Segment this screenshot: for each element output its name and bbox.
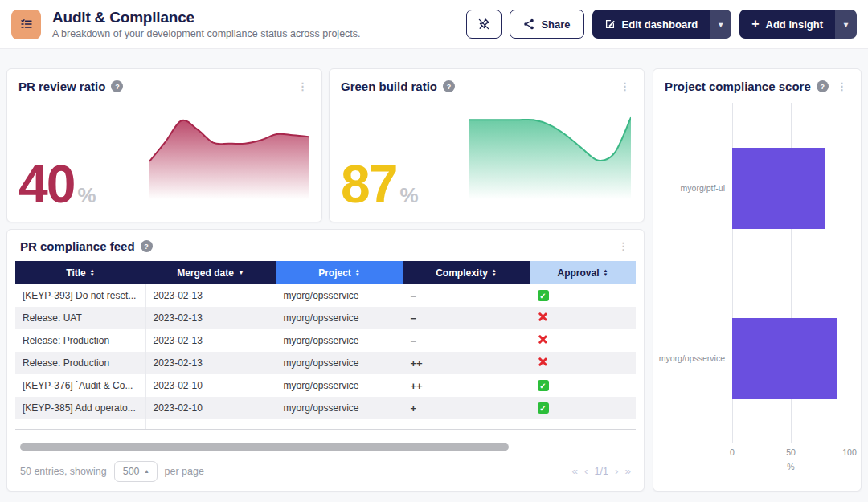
cell-complexity: ++: [403, 352, 530, 374]
chevron-up-icon: ▴: [145, 467, 149, 475]
edit-dashboard-button[interactable]: Edit dashboard: [592, 10, 710, 39]
sort-icon: ▲▼: [90, 269, 95, 277]
card-title: PR review ratio: [18, 80, 105, 93]
cell-merged-date: 2023-02-13: [145, 352, 276, 374]
kebab-menu-icon[interactable]: ⋮: [295, 80, 310, 92]
help-icon[interactable]: ?: [141, 240, 153, 252]
column-label: Complexity: [436, 267, 488, 279]
add-insight-label: Add insight: [766, 18, 824, 31]
table-row: [KEYP-393] Do not reset...2023-02-13myor…: [15, 284, 636, 307]
sort-desc-icon: ▼: [238, 269, 244, 276]
kebab-menu-icon[interactable]: ⋮: [616, 240, 631, 252]
pr-review-ratio-card: PR review ratio ? ⋮ 40%: [6, 68, 322, 222]
cell-approval: ✓: [530, 397, 636, 419]
column-header-complexity[interactable]: Complexity▲▼: [403, 261, 530, 284]
last-page-button[interactable]: »: [624, 465, 631, 477]
horizontal-scrollbar-thumb[interactable]: [20, 443, 509, 451]
previous-page-button[interactable]: ‹: [584, 465, 588, 477]
cell-approval: [530, 352, 636, 374]
pr-review-sparkline-area: [149, 120, 309, 199]
sort-icon: ▲▼: [355, 269, 360, 277]
per-page-value: 500: [123, 466, 140, 477]
cell-approval: [530, 329, 636, 352]
cell-complexity: ++: [403, 374, 530, 397]
compliance-score-chart: myorg/ptf-uimyorg/opsservice 050100 %: [653, 96, 861, 491]
bar-chart-xunit: %: [732, 462, 850, 471]
bar-label-myorg-ptf-ui: myorg/ptf-ui: [661, 103, 732, 273]
rejected-x-icon: [538, 357, 548, 367]
x-tick-label: 50: [786, 447, 796, 457]
rejected-x-icon: [538, 312, 548, 322]
pr-compliance-feed-card: PR compliance feed ? ⋮ Title▲▼Merged dat…: [6, 229, 645, 492]
horizontal-scrollbar: [20, 443, 631, 451]
add-insight-caret-button[interactable]: ▾: [835, 10, 857, 39]
bar-label-myorg-opsservice: myorg/opsservice: [661, 273, 732, 443]
share-icon: [523, 18, 534, 30]
table-row: [KEYP-385] Add operato...2023-02-10myorg…: [15, 397, 636, 419]
checklist-icon: [19, 17, 34, 31]
cell-project: myorg/opsservice: [276, 329, 403, 352]
cell-merged-date: 2023-02-13: [145, 284, 276, 307]
cell-project: myorg/opsservice: [276, 352, 403, 374]
card-title: Green build ratio: [341, 80, 437, 93]
cell-project: myorg/opsservice: [276, 374, 403, 397]
approved-check-icon: ✓: [538, 402, 549, 414]
bar-myorg-ptf-ui[interactable]: [732, 148, 825, 229]
edit-dashboard-caret-button[interactable]: ▾: [710, 10, 731, 39]
share-button[interactable]: Share: [510, 10, 583, 39]
column-label: Project: [318, 267, 351, 279]
bar-row: [732, 103, 850, 273]
pr-review-sparkline-chart: [149, 115, 309, 199]
pr-review-ratio-value: 40%: [18, 162, 96, 206]
pr-compliance-table: Title▲▼Merged date▼Project▲▼Complexity▲▼…: [15, 261, 636, 430]
cell-merged-date: 2023-02-13: [145, 307, 276, 329]
pagination: « ‹ 1/1 › »: [572, 465, 631, 477]
kebab-menu-icon[interactable]: ⋮: [617, 80, 633, 92]
edit-dashboard-split-button: Edit dashboard ▾: [592, 10, 732, 39]
cell-merged-date: 2023-02-10: [145, 374, 276, 397]
help-icon[interactable]: ?: [111, 80, 123, 92]
cell-project: myorg/opsservice: [276, 284, 403, 307]
card-title: Project compliance score: [665, 80, 811, 93]
cell-approval: [530, 307, 636, 329]
bar-myorg-opsservice[interactable]: [732, 318, 837, 399]
share-button-label: Share: [541, 18, 570, 31]
column-header-project[interactable]: Project▲▼: [276, 261, 403, 284]
add-insight-split-button: + Add insight ▾: [739, 10, 857, 39]
next-page-button[interactable]: ›: [615, 465, 619, 477]
bar-chart-ylabels: myorg/ptf-uimyorg/opsservice: [661, 103, 732, 443]
card-title: PR compliance feed: [20, 239, 135, 253]
page-subtitle: A breakdown of your development complian…: [52, 28, 361, 39]
cell-title: [KEYP-385] Add operato...: [15, 397, 145, 419]
help-icon[interactable]: ?: [817, 80, 829, 92]
per-page-suffix-label: per page: [165, 466, 204, 477]
add-insight-button[interactable]: + Add insight: [739, 10, 835, 39]
table-row: Release: UAT2023-02-13myorg/opsservice−: [15, 307, 636, 329]
green-build-sparkline-chart: [469, 115, 631, 199]
unpin-button[interactable]: [466, 10, 502, 39]
column-label: Title: [66, 267, 85, 279]
edit-dashboard-label: Edit dashboard: [622, 18, 698, 31]
page-header: Audit & Compliance A breakdown of your d…: [0, 0, 868, 49]
cell-approval: ✓: [530, 284, 636, 307]
per-page-select[interactable]: 500 ▴: [114, 461, 158, 482]
help-icon[interactable]: ?: [443, 80, 455, 92]
column-header-approval[interactable]: Approval▲▼: [530, 261, 636, 284]
column-header-merged-date[interactable]: Merged date▼: [145, 261, 276, 284]
cell-complexity: −: [403, 284, 530, 307]
pin-slash-icon: [477, 18, 490, 31]
cell-title: [KEYP-376] `Audit & Co...: [15, 374, 145, 397]
first-page-button[interactable]: «: [572, 465, 579, 477]
column-label: Merged date: [177, 267, 234, 279]
cell-complexity: −: [403, 329, 530, 352]
cell-title: [KEYP-393] Do not reset...: [15, 284, 145, 307]
kebab-menu-icon[interactable]: ⋮: [834, 80, 850, 92]
column-header-title[interactable]: Title▲▼: [15, 261, 145, 284]
plus-icon: +: [751, 17, 759, 31]
approved-check-icon: ✓: [538, 290, 549, 301]
project-compliance-score-card: Project compliance score ? ⋮ myorg/ptf-u…: [653, 68, 862, 492]
x-tick-label: 100: [842, 447, 857, 457]
dashboard-tile: [11, 10, 41, 39]
cell-complexity: +: [403, 397, 530, 419]
column-label: Approval: [558, 267, 600, 279]
